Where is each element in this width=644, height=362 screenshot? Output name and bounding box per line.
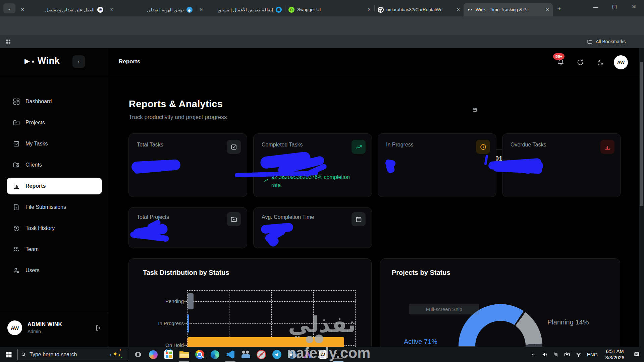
tab-close-icon[interactable]: ✕ xyxy=(367,7,371,12)
start-button[interactable] xyxy=(0,347,17,362)
chrome-icon[interactable]: ➤ xyxy=(192,347,207,362)
window-close-button[interactable]: ✕ xyxy=(624,0,644,13)
tab-separator xyxy=(285,5,285,11)
dark-mode-moon-icon[interactable] xyxy=(595,57,606,68)
sidebar: ►● Wink ‹ DashboardProjectsMy TasksClien… xyxy=(0,48,109,347)
edge-icon[interactable] xyxy=(207,347,223,362)
language-indicator[interactable]: ENG xyxy=(584,347,600,362)
browser-tab[interactable]: إضافة معرض الأعمال | مستق✕ xyxy=(196,3,285,16)
page-scrollbar-thumb[interactable] xyxy=(640,62,643,206)
gradient-a-icon[interactable] xyxy=(300,347,315,362)
volume-icon[interactable] xyxy=(539,347,550,362)
user-avatar: AW xyxy=(7,320,22,335)
refresh-icon[interactable] xyxy=(575,57,586,68)
tab-close-icon[interactable]: ✕ xyxy=(457,7,460,12)
donut-label-active: Active 71% xyxy=(404,338,437,346)
clock[interactable]: 6:51 AM 3/3/2026 xyxy=(600,348,629,361)
tab-close-icon[interactable]: ✕ xyxy=(21,7,24,12)
teams-people-icon[interactable] xyxy=(238,347,254,362)
page-scrollbar-track[interactable] xyxy=(639,48,644,347)
sidebar-user: AW ADMIN WINK Admin xyxy=(7,320,102,335)
sidebar-item-projects[interactable]: Projects xyxy=(7,114,102,131)
tab-title: Swagger UI xyxy=(297,7,365,12)
sidebar-item-reports[interactable]: Reports xyxy=(7,178,102,194)
sidebar-item-my-tasks[interactable]: My Tasks xyxy=(7,135,102,152)
browser-tab[interactable]: omarabbas32/CarRentalWe✕ xyxy=(374,3,464,16)
folder-icon xyxy=(227,212,241,226)
browser-tab[interactable]: ►●Wink - Time Tracking & Pr✕ xyxy=(464,3,553,16)
window-maximize-button[interactable]: ▢ xyxy=(605,0,624,13)
sidebar-item-clients[interactable]: Clients xyxy=(7,157,102,173)
stat-card-label: Total Projects xyxy=(137,214,169,220)
tab-close-icon[interactable]: ✕ xyxy=(110,7,114,12)
wink-logo-icon: ►● xyxy=(23,57,35,65)
sidebar-item-users[interactable]: Users xyxy=(7,262,102,279)
users-icon xyxy=(13,267,20,274)
sidebar-item-task-history[interactable]: Task History xyxy=(7,220,102,237)
tab-close-icon[interactable]: ✕ xyxy=(546,7,549,12)
browser-tab[interactable]: توثيق الهوية | نفذلي✕ xyxy=(107,3,196,16)
browser-toolbar: ← → ⟳ system.winkadvertising.net/reports… xyxy=(0,16,644,35)
file-explorer-icon[interactable] xyxy=(176,347,192,362)
check-square-icon xyxy=(227,140,241,154)
microphone-muted-icon[interactable] xyxy=(550,347,561,362)
sidebar-item-label: Team xyxy=(25,246,39,252)
trend-up-icon xyxy=(352,140,366,154)
browser-tab-strip: ⌄ ✳العمل على نفذلي ومستقل✕توثيق الهوية |… xyxy=(0,0,644,16)
window-minimize-button[interactable]: — xyxy=(586,0,605,13)
user-name: ADMIN WINK xyxy=(28,321,90,327)
action-center-icon[interactable] xyxy=(629,347,644,362)
sidebar-item-team[interactable]: Team xyxy=(7,241,102,258)
sidebar-footer-divider xyxy=(0,312,109,312)
tray-chevron-icon[interactable] xyxy=(527,347,539,362)
folder-icon xyxy=(587,39,593,45)
task-view-icon[interactable] xyxy=(130,347,146,362)
files-icon xyxy=(13,203,20,211)
tab-separator xyxy=(196,5,196,11)
postgresql-icon[interactable] xyxy=(284,347,300,362)
microsoft-store-icon[interactable] xyxy=(161,347,176,362)
page-title: Reports & Analytics xyxy=(129,99,223,110)
user-role: Admin xyxy=(28,329,90,334)
tab-search-button[interactable]: ⌄ xyxy=(3,3,15,13)
battery-charging-icon[interactable] xyxy=(561,347,573,362)
header-avatar[interactable]: AW xyxy=(614,55,628,69)
sidebar-item-dashboard[interactable]: Dashboard xyxy=(7,93,102,110)
screen: ⌄ ✳العمل على نفذلي ومستقل✕توثيق الهوية |… xyxy=(0,0,644,362)
stat-card-in-progress: In Progress xyxy=(378,133,496,197)
notifications-bell-icon[interactable]: 99+ xyxy=(555,57,567,68)
sidebar-item-file-submissions[interactable]: File Submissions xyxy=(7,199,102,216)
all-bookmarks-button[interactable]: All Bookmarks xyxy=(587,37,626,46)
sidebar-collapse-button[interactable]: ‹ xyxy=(72,55,85,68)
apps-grid-icon[interactable] xyxy=(5,39,11,45)
new-tab-button[interactable]: + xyxy=(554,4,564,13)
stat-card-label: Avg. Completion Time xyxy=(262,214,314,220)
sidebar-item-label: Projects xyxy=(25,120,45,126)
stat-card-label: Total Tasks xyxy=(137,142,163,148)
wifi-icon[interactable] xyxy=(573,347,584,362)
browser-tab[interactable]: { }Swagger UI✕ xyxy=(285,3,374,16)
chart-title: Task Distribution by Status xyxy=(143,269,229,277)
tab-title: إضافة معرض الأعمال | مستق xyxy=(206,7,273,12)
blocked-app-icon[interactable]: ✈ xyxy=(254,347,269,362)
claude-icon[interactable]: A\ xyxy=(315,347,331,362)
tray-time: 6:51 AM xyxy=(600,348,629,355)
search-placeholder: Type here to search xyxy=(30,352,110,358)
tab-close-icon[interactable]: ✕ xyxy=(199,7,203,12)
bar-in-progress xyxy=(187,314,189,333)
taskbar-search-box[interactable]: Type here to search ✦ ✦ xyxy=(17,349,128,360)
telegram-icon[interactable] xyxy=(269,347,284,362)
logout-icon[interactable] xyxy=(95,324,102,331)
donut-label-planning: Planning 14% xyxy=(547,318,589,326)
sidebar-item-label: My Tasks xyxy=(25,141,48,147)
vscode-icon[interactable] xyxy=(223,347,238,362)
wink-logo-text: Wink xyxy=(38,56,60,66)
terminal-icon[interactable]: >_ xyxy=(331,347,346,362)
sidebar-item-label: Users xyxy=(25,267,40,274)
tab-title: Wink - Time Tracking & Pr xyxy=(476,7,543,12)
clock-icon xyxy=(476,140,490,154)
browser-tab[interactable]: ✳العمل على نفذلي ومستقل✕ xyxy=(17,3,107,16)
copilot-icon[interactable] xyxy=(146,347,161,362)
sidebar-item-label: File Submissions xyxy=(25,204,66,210)
sidebar-item-label: Task History xyxy=(25,225,55,231)
